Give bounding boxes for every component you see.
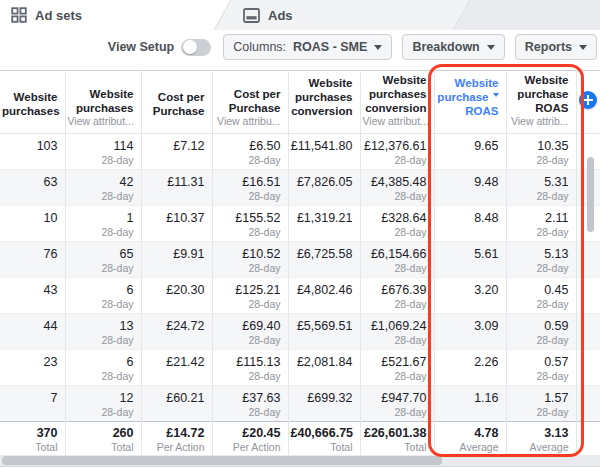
attribution-window-tag: 28-day <box>215 406 281 419</box>
table-cell: 628-day <box>65 278 141 314</box>
metric-value: £9.91 <box>144 247 205 262</box>
metric-value: £11,541.80 <box>291 139 353 154</box>
sort-descending-icon <box>493 93 499 100</box>
table-cell: 8.48 <box>434 206 506 242</box>
table-row[interactable]: 10128-day£10.37£155.5228-day£1,319.21£32… <box>0 206 600 242</box>
column-header[interactable]: Cost perPurchase <box>141 71 212 134</box>
table-cell: 3.20 <box>434 278 506 314</box>
metric-value: £1,069.24 <box>363 319 427 334</box>
table-cell: 1228-day <box>65 386 141 422</box>
table-cell: £60.21 <box>141 386 212 422</box>
table-cell: £14.72Per Action <box>141 422 212 456</box>
metric-value: 76 <box>2 247 58 262</box>
metric-value: 7 <box>2 391 58 406</box>
table-row[interactable]: 10311428-day£7.12£6.5028-day£11,541.80£1… <box>0 134 600 170</box>
table-cell: £11,541.80 <box>288 134 360 170</box>
breakdown-label: Breakdown <box>412 40 479 54</box>
table-cell: 1.5728-day <box>506 386 576 422</box>
metric-value: £20.30 <box>144 283 205 298</box>
table-row[interactable]: 71228-day£60.21£37.6328-day£699.32£947.7… <box>0 386 600 422</box>
metric-value: £699.32 <box>291 391 353 406</box>
column-header[interactable]: WebsitepurchasesView attribut... <box>65 71 141 134</box>
view-setup-label: View Setup <box>108 40 174 54</box>
tab-ads-content[interactable]: Ads <box>243 0 293 30</box>
metric-value: £155.52 <box>215 211 281 226</box>
horizontal-scrollbar-thumb[interactable] <box>2 456 442 465</box>
metric-value: £1,319.21 <box>291 211 353 226</box>
metric-value: 114 <box>68 139 134 154</box>
metrics-table: WebsitepurchasesWebsitepurchasesView att… <box>0 70 600 456</box>
tab-ad-sets-content[interactable]: Ad sets <box>11 0 82 30</box>
table-cell: 6528-day <box>65 242 141 278</box>
spacer-cell <box>576 386 600 422</box>
attribution-window-tag: 28-day <box>363 226 427 239</box>
table-cell: £37.6328-day <box>212 386 288 422</box>
metric-value: 2.26 <box>437 355 499 370</box>
column-header[interactable]: WebsitepurchaseROAS <box>434 71 506 134</box>
column-header-label: purchases <box>2 104 58 118</box>
table-cell: 128-day <box>65 206 141 242</box>
add-column-button[interactable] <box>579 91 597 109</box>
attribution-window-label[interactable]: View attribu... <box>215 115 281 128</box>
tab-bar: Ad sets Ads <box>0 0 600 30</box>
attribution-window-tag: 28-day <box>509 298 569 311</box>
metric-value: £11.31 <box>144 175 205 190</box>
table-cell: £16.5128-day <box>212 170 288 206</box>
column-header-label: ROAS <box>509 101 569 115</box>
table-cell: £6,725.58 <box>288 242 360 278</box>
table-row[interactable]: 766528-day£9.91£10.5228-day£6,725.58£6,1… <box>0 242 600 278</box>
footer-row: 370Total260Total£14.72Per Action£20.45Pe… <box>0 422 600 456</box>
attribution-window-tag: 28-day <box>68 406 134 419</box>
metric-value: 42 <box>68 175 134 190</box>
column-header-label: purchases <box>68 101 134 115</box>
metric-value: 0.57 <box>509 355 569 370</box>
metric-value: 44 <box>2 319 58 334</box>
columns-button[interactable]: Columns: ROAS - SME <box>223 34 392 60</box>
attribution-window-label[interactable]: View attrib... <box>509 115 569 128</box>
horizontal-scrollbar[interactable] <box>0 455 600 466</box>
table-cell: 9.65 <box>434 134 506 170</box>
table-cell: 5.61 <box>434 242 506 278</box>
table-cell: £4,802.46 <box>288 278 360 314</box>
metric-value: 13 <box>68 319 134 334</box>
attribution-window-tag: 28-day <box>509 370 569 383</box>
summary-value: 4.78 <box>437 426 499 441</box>
table-cell: 0.5928-day <box>506 314 576 350</box>
metric-value: 3.09 <box>437 319 499 334</box>
metric-value: £16.51 <box>215 175 281 190</box>
column-header[interactable]: WebsitepurchasesconversionView attribut.… <box>360 71 434 134</box>
metric-value: 6 <box>68 283 134 298</box>
table-cell: 5.1328-day <box>506 242 576 278</box>
breakdown-button[interactable]: Breakdown <box>402 34 504 60</box>
table-cell: £10.37 <box>141 206 212 242</box>
column-header[interactable]: Cost perPurchaseView attribu... <box>212 71 288 134</box>
table-row[interactable]: 43628-day£20.30£125.2128-day£4,802.46£67… <box>0 278 600 314</box>
summary-type-label: Total <box>291 441 353 454</box>
spacer-cell <box>576 422 600 456</box>
vertical-scrollbar[interactable] <box>587 157 594 232</box>
attribution-window-label[interactable]: View attribut... <box>68 115 134 128</box>
column-header-label: Website <box>509 73 569 87</box>
column-header[interactable]: WebsitepurchaseROASView attrib... <box>506 71 576 134</box>
table-cell: £1,069.2428-day <box>360 314 434 350</box>
column-header-label: purchase <box>509 87 569 101</box>
reports-button[interactable]: Reports <box>515 34 597 60</box>
metric-value: 3.20 <box>437 283 499 298</box>
table-cell: £69.4028-day <box>212 314 288 350</box>
table-cell: £521.6728-day <box>360 350 434 386</box>
chevron-down-icon <box>487 45 495 54</box>
table-cell: 2.26 <box>434 350 506 386</box>
attribution-window-label[interactable]: View attribut... <box>363 115 427 128</box>
table-row[interactable]: 441328-day£24.72£69.4028-day£5,569.51£1,… <box>0 314 600 350</box>
view-setup-toggle[interactable] <box>181 39 211 56</box>
metric-value: 8.48 <box>437 211 499 226</box>
column-header[interactable]: Websitepurchasesconversion <box>288 71 360 134</box>
table-cell: 4228-day <box>65 170 141 206</box>
summary-type-label: Average <box>437 441 499 454</box>
summary-value: £40,666.75 <box>291 426 353 441</box>
table-cell: 0.5728-day <box>506 350 576 386</box>
table-row[interactable]: 23628-day£21.42£115.1328-day£2,081.84£52… <box>0 350 600 386</box>
table-cell: £6.5028-day <box>212 134 288 170</box>
table-row[interactable]: 634228-day£11.31£16.5128-day£7,826.05£4,… <box>0 170 600 206</box>
column-header[interactable]: Websitepurchases <box>0 71 65 134</box>
